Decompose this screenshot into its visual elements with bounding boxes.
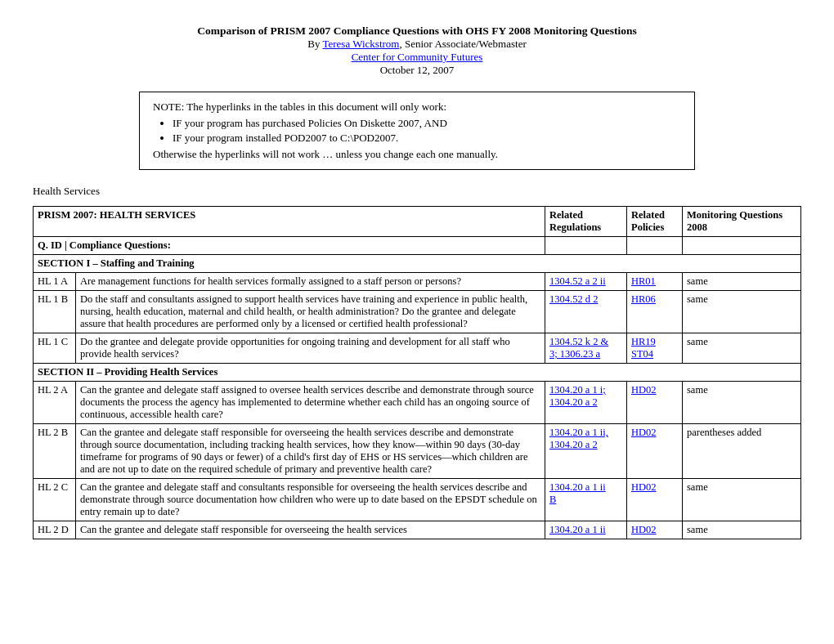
table-row: HL 2 A Can the grantee and delegate staf…: [34, 382, 801, 424]
col-header-pol: Related Policies: [627, 207, 683, 237]
author-line: By Teresa Wickstrom, Senior Associate/We…: [33, 38, 801, 51]
note-bullet1: IF your program has purchased Policies O…: [173, 117, 681, 130]
row-reg-hl1c[interactable]: 1304.52 k 2 &3; 1306.23 a: [545, 333, 627, 364]
note-box: NOTE: The hyperlinks in the tables in th…: [139, 92, 695, 170]
row-mon-hl2c: same: [683, 479, 801, 521]
col-sub-reg: [545, 237, 627, 255]
org-link[interactable]: Center for Community Futures: [33, 51, 801, 64]
row-mon-hl1b: same: [683, 291, 801, 333]
row-id-hl2b: HL 2 B: [34, 424, 76, 479]
row-id-hl2d: HL 2 D: [34, 521, 76, 539]
row-pol-hl1a[interactable]: HR01: [627, 273, 683, 291]
row-q-hl2d: Can the grantee and delegate staff respo…: [76, 521, 545, 539]
row-pol-hl2d[interactable]: HD02: [627, 521, 683, 539]
page-header: Comparison of PRISM 2007 Compliance Ques…: [33, 25, 801, 77]
row-reg-hl2d[interactable]: 1304.20 a 1 ii: [545, 521, 627, 539]
row-reg-hl2c[interactable]: 1304.20 a 1 iiB: [545, 479, 627, 521]
col-header-prism: PRISM 2007: HEALTH SERVICES: [34, 207, 545, 237]
section1-label: SECTION I – Staffing and Training: [34, 255, 801, 273]
table-header-row1: PRISM 2007: HEALTH SERVICES Related Regu…: [34, 207, 801, 237]
row-q-hl2a: Can the grantee and delegate staff assig…: [76, 382, 545, 424]
table-row: HL 2 C Can the grantee and delegate staf…: [34, 479, 801, 521]
row-id-hl2c: HL 2 C: [34, 479, 76, 521]
row-q-hl2b: Can the grantee and delegate staff respo…: [76, 424, 545, 479]
row-reg-hl2a[interactable]: 1304.20 a 1 i;1304.20 a 2: [545, 382, 627, 424]
row-mon-hl1a: same: [683, 273, 801, 291]
row-q-hl1c: Do the grantee and delegate provide oppo…: [76, 333, 545, 364]
col-header-mon: Monitoring Questions 2008: [683, 207, 801, 237]
table-row: HL 1 A Are management functions for heal…: [34, 273, 801, 291]
section2-header: SECTION II – Providing Health Services: [34, 364, 801, 382]
row-mon-hl2b: parentheses added: [683, 424, 801, 479]
row-id-hl1b: HL 1 B: [34, 291, 76, 333]
note-line1: NOTE: The hyperlinks in the tables in th…: [153, 101, 681, 114]
row-q-hl2c: Can the grantee and delegate staff and c…: [76, 479, 545, 521]
table-row: HL 2 B Can the grantee and delegate staf…: [34, 424, 801, 479]
col-sub-pol: [627, 237, 683, 255]
by-label: By: [307, 38, 322, 50]
row-pol-hl2c[interactable]: HD02: [627, 479, 683, 521]
row-pol-hl2b[interactable]: HD02: [627, 424, 683, 479]
row-id-hl2a: HL 2 A: [34, 382, 76, 424]
note-bullet2: IF your program installed POD2007 to C:\…: [173, 132, 681, 145]
col-sub-mon: [683, 237, 801, 255]
row-reg-hl1a[interactable]: 1304.52 a 2 ii: [545, 273, 627, 291]
row-q-hl1a: Are management functions for health serv…: [76, 273, 545, 291]
table-row: HL 2 D Can the grantee and delegate staf…: [34, 521, 801, 539]
row-mon-hl2d: same: [683, 521, 801, 539]
col-sub-qid: Q. ID | Compliance Questions:: [34, 237, 545, 255]
author-suffix: , Senior Associate/Webmaster: [399, 38, 526, 50]
table-row: HL 1 C Do the grantee and delegate provi…: [34, 333, 801, 364]
row-reg-hl1b[interactable]: 1304.52 d 2: [545, 291, 627, 333]
section1-header: SECTION I – Staffing and Training: [34, 255, 801, 273]
col-header-reg: Related Regulations: [545, 207, 627, 237]
row-pol-hl2a[interactable]: HD02: [627, 382, 683, 424]
note-list: IF your program has purchased Policies O…: [173, 117, 681, 145]
author-link[interactable]: Teresa Wickstrom: [322, 38, 399, 50]
date-label: October 12, 2007: [33, 64, 801, 77]
table-row: HL 1 B Do the staff and consultants assi…: [34, 291, 801, 333]
section2-label: SECTION II – Providing Health Services: [34, 364, 801, 382]
row-mon-hl1c: same: [683, 333, 801, 364]
row-pol-hl1c[interactable]: HR19ST04: [627, 333, 683, 364]
page-title: Comparison of PRISM 2007 Compliance Ques…: [33, 25, 801, 38]
table-header-row2: Q. ID | Compliance Questions:: [34, 237, 801, 255]
main-table: PRISM 2007: HEALTH SERVICES Related Regu…: [33, 206, 801, 539]
row-reg-hl2b[interactable]: 1304.20 a 1 ii,1304.20 a 2: [545, 424, 627, 479]
row-q-hl1b: Do the staff and consultants assigned to…: [76, 291, 545, 333]
row-id-hl1c: HL 1 C: [34, 333, 76, 364]
note-line2: Otherwise the hyperlinks will not work ……: [153, 148, 681, 161]
row-id-hl1a: HL 1 A: [34, 273, 76, 291]
section-label: Health Services: [33, 185, 801, 198]
row-mon-hl2a: same: [683, 382, 801, 424]
row-pol-hl1b[interactable]: HR06: [627, 291, 683, 333]
